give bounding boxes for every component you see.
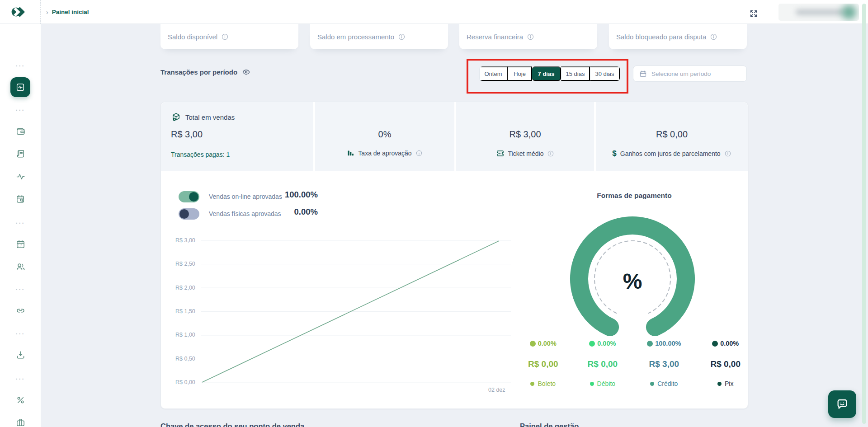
toggle-knob xyxy=(179,209,189,219)
credito-dot xyxy=(650,382,654,386)
download-icon xyxy=(15,350,26,360)
sidebar-ellipsis-icon[interactable]: ··· xyxy=(0,377,41,381)
boleto-dot xyxy=(530,382,534,386)
section-title-text: Transações por período xyxy=(160,68,237,76)
briefcase-icon xyxy=(15,418,26,427)
breadcrumb-label[interactable]: Painel inicial xyxy=(52,9,89,15)
section-title-transactions-by-period: Transações por período xyxy=(160,68,250,76)
y-axis-tick: R$ 2,50 xyxy=(175,261,203,267)
y-axis-tick: R$ 3,00 xyxy=(175,237,203,244)
average-ticket-value: R$ 3,00 xyxy=(456,129,594,140)
sidebar-ellipsis-icon[interactable]: ··· xyxy=(0,64,41,68)
period-button-7dias[interactable]: 7 dias xyxy=(532,66,561,81)
credito-percent: 100.00% xyxy=(655,340,681,347)
gauge-center-percent-symbol: % xyxy=(623,269,642,293)
users-icon xyxy=(15,262,26,272)
card-available-balance[interactable]: Saldo disponível xyxy=(160,24,298,49)
card-label: Saldo disponível xyxy=(168,33,217,41)
user-account-chip[interactable] xyxy=(778,4,859,21)
sidebar-item-business[interactable] xyxy=(0,418,41,427)
breadcrumb[interactable]: › Painel inicial xyxy=(46,0,89,24)
boleto-dot xyxy=(530,341,536,347)
info-icon[interactable] xyxy=(415,150,423,157)
bar-chart-icon xyxy=(347,149,354,157)
approval-rate-label: Taxa de aprovação xyxy=(358,150,411,157)
info-icon[interactable] xyxy=(547,150,554,157)
installment-interest-label: Ganhos com juros de parcelamento xyxy=(620,150,721,157)
card-processing-balance[interactable]: Saldo em processamento xyxy=(310,24,448,49)
card-label: Reserva financeira xyxy=(467,33,523,41)
installment-interest-value: R$ 0,00 xyxy=(596,129,748,140)
topbar: › Painel inicial xyxy=(0,0,868,24)
toggle-online-sales[interactable] xyxy=(179,191,199,202)
sidebar-item-statement[interactable] xyxy=(0,149,41,159)
credito-amount: R$ 3,00 xyxy=(649,359,679,369)
info-icon[interactable] xyxy=(221,33,229,41)
info-icon[interactable] xyxy=(724,150,731,157)
sidebar-item-activity[interactable] xyxy=(0,171,41,182)
receipt-icon xyxy=(15,149,26,159)
period-button-ontem[interactable]: Ontem xyxy=(480,66,508,81)
physical-sales-percentage: 0.00% xyxy=(264,207,318,217)
debito-dot xyxy=(589,341,595,347)
legend-credito: 100.00% R$ 3,00 Crédito xyxy=(647,340,681,387)
bottom-right-section-heading: Painel de gestão xyxy=(520,422,579,427)
legend-pix: 0.00% R$ 0,00 Pix xyxy=(710,340,741,387)
info-icon[interactable] xyxy=(710,33,717,41)
sidebar-item-dashboard-active[interactable] xyxy=(10,77,30,97)
period-button-30dias[interactable]: 30 dias xyxy=(590,66,620,81)
sales-line-chart xyxy=(199,238,515,387)
legend-debito: 0.00% R$ 0,00 Débito xyxy=(588,340,618,387)
total-sales-title: Total em vendas xyxy=(185,113,235,121)
paid-transactions-count: Transações pagas: 1 xyxy=(171,151,230,158)
credito-label: Crédito xyxy=(657,380,678,387)
payment-methods-legend: 0.00% R$ 0,00 Boleto 0.00% R$ 0,00 Débit… xyxy=(528,340,741,387)
debito-amount: R$ 0,00 xyxy=(588,359,618,369)
date-range-picker[interactable]: Selecione um período xyxy=(633,66,747,82)
card-financial-reserve[interactable]: Reserva financeira xyxy=(459,24,597,49)
pix-label: Pix xyxy=(725,380,733,387)
card-disputed-balance[interactable]: Saldo bloqueado para disputa xyxy=(609,24,747,49)
calendar-icon xyxy=(15,239,26,249)
sidebar-ellipsis-icon[interactable]: ··· xyxy=(0,332,41,336)
dollar-icon: $ xyxy=(612,149,616,158)
period-segmented-control: Ontem Hoje 7 dias 15 dias 30 dias xyxy=(479,66,620,81)
summary-strip: Total em vendas R$ 3,00 Transações pagas… xyxy=(161,102,748,171)
summary-total-sales: Total em vendas R$ 3,00 Transações pagas… xyxy=(161,102,313,171)
boleto-amount: R$ 0,00 xyxy=(528,359,558,369)
sidebar-item-fees[interactable] xyxy=(0,395,41,405)
fullscreen-icon[interactable] xyxy=(749,9,760,19)
sidebar-item-payment-links[interactable] xyxy=(0,305,41,316)
sidebar-item-calendar[interactable] xyxy=(0,239,41,249)
y-axis-tick: R$ 0,50 xyxy=(175,356,203,362)
sidebar-item-wallet[interactable] xyxy=(0,126,41,136)
x-axis-tick: 02 dez xyxy=(488,387,505,393)
info-icon[interactable] xyxy=(398,33,406,41)
pix-amount: R$ 0,00 xyxy=(710,359,741,369)
wallet-icon xyxy=(15,126,26,136)
package-clock-icon xyxy=(171,112,181,122)
average-ticket-label: Ticket médio xyxy=(508,150,544,157)
eye-icon[interactable] xyxy=(242,68,250,76)
vertical-scrollbar[interactable] xyxy=(862,4,866,424)
card-label: Saldo bloqueado para disputa xyxy=(616,33,706,41)
summary-average-ticket: R$ 3,00 Ticket médio xyxy=(456,102,594,171)
sidebar: ··· ··· xyxy=(0,24,41,427)
sidebar-item-search-period[interactable] xyxy=(0,194,41,204)
payment-methods-gauge: % xyxy=(565,211,700,347)
chat-support-button[interactable] xyxy=(828,390,856,418)
sidebar-ellipsis-icon[interactable]: ··· xyxy=(0,221,41,225)
sidebar-ellipsis-icon[interactable]: ··· xyxy=(0,108,41,113)
pix-percent: 0.00% xyxy=(720,340,739,347)
info-icon[interactable] xyxy=(527,33,534,41)
boleto-label: Boleto xyxy=(538,380,556,387)
sidebar-item-downloads[interactable] xyxy=(0,350,41,360)
percent-icon xyxy=(15,395,26,405)
sidebar-ellipsis-icon[interactable]: ··· xyxy=(0,287,41,292)
app-logo-icon[interactable] xyxy=(11,5,28,19)
period-button-15dias[interactable]: 15 dias xyxy=(561,66,590,81)
sidebar-item-customers[interactable] xyxy=(0,262,41,272)
blurred-username xyxy=(796,9,845,15)
period-button-hoje[interactable]: Hoje xyxy=(508,66,532,81)
toggle-physical-sales[interactable] xyxy=(179,208,199,220)
